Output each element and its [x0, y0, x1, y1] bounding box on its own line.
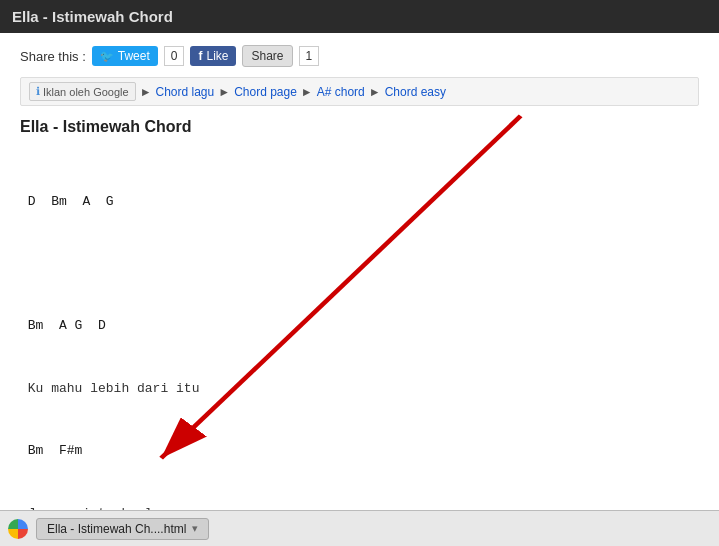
- taskbar: Ella - Istimewah Ch....html ▾: [0, 510, 719, 546]
- share-label: Share this :: [20, 49, 86, 64]
- tab-close-icon[interactable]: ▾: [192, 522, 198, 535]
- share-count: 1: [299, 46, 320, 66]
- breadcrumb-chord-lagu[interactable]: Chord lagu: [156, 85, 215, 99]
- breadcrumb-a-sharp-chord[interactable]: A# chord: [317, 85, 365, 99]
- tweet-button[interactable]: Tweet: [92, 46, 158, 66]
- main-content: Share this : Tweet 0 Like Share 1 Iklan …: [0, 33, 719, 510]
- ad-label: Iklan oleh Google: [29, 82, 136, 101]
- title-bar: Ella - Istimewah Chord: [0, 0, 719, 33]
- lyric-line-3: Ku mahu lebih dari itu: [20, 379, 699, 400]
- like-button[interactable]: Like: [190, 46, 236, 66]
- share-bar: Share this : Tweet 0 Like Share 1: [20, 45, 699, 67]
- sep4: ►: [369, 85, 381, 99]
- chrome-icon: [8, 519, 28, 539]
- tweet-count: 0: [164, 46, 185, 66]
- chord-content: D Bm A G Bm A G D Ku mahu lebih dari itu…: [20, 150, 699, 510]
- chord-line-2: Bm A G D: [20, 316, 699, 337]
- chord-line-4: Bm F#m: [20, 441, 699, 462]
- sep1: ►: [140, 85, 152, 99]
- taskbar-tab-label: Ella - Istimewah Ch....html: [47, 522, 186, 536]
- sep2: ►: [218, 85, 230, 99]
- lyric-line-5: Juang cinta berlagu: [20, 504, 699, 510]
- breadcrumb-bar: Iklan oleh Google ► Chord lagu ► Chord p…: [20, 77, 699, 106]
- breadcrumb-chord-easy[interactable]: Chord easy: [385, 85, 446, 99]
- page-title: Ella - Istimewah Chord: [20, 118, 699, 136]
- taskbar-tab[interactable]: Ella - Istimewah Ch....html ▾: [36, 518, 209, 540]
- chord-line-1: D Bm A G: [20, 192, 699, 213]
- blank-1: [20, 254, 699, 275]
- sep3: ►: [301, 85, 313, 99]
- share-button[interactable]: Share: [242, 45, 292, 67]
- breadcrumb-chord-page[interactable]: Chord page: [234, 85, 297, 99]
- window-title: Ella - Istimewah Chord: [12, 8, 173, 25]
